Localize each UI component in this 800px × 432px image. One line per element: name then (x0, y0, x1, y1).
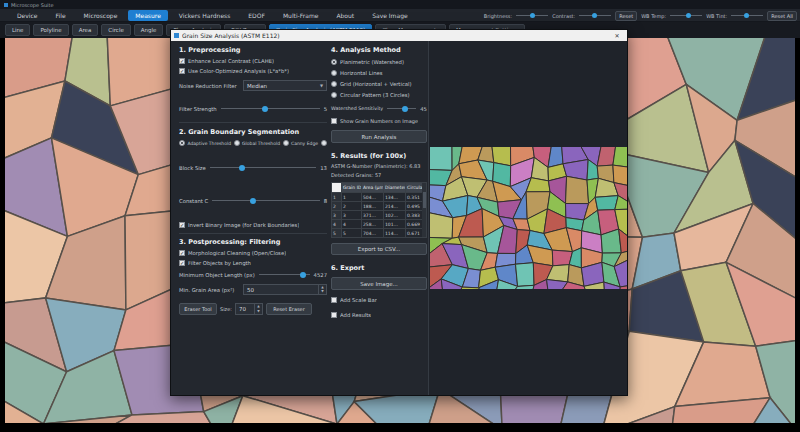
row-header[interactable]: 1 (332, 193, 341, 201)
table-cell[interactable]: 704... (362, 229, 383, 237)
menu-about[interactable]: About (329, 10, 361, 21)
constant-c-slider[interactable] (212, 196, 319, 205)
table-cell[interactable]: 188... (362, 202, 383, 210)
radio-black-hat[interactable] (321, 140, 327, 146)
tool-area[interactable]: Area (72, 24, 99, 36)
filter-strength-slider[interactable] (221, 104, 320, 113)
save-image-button[interactable]: Save Image... (331, 277, 427, 290)
eraser-size-value: 70 (236, 304, 254, 314)
table-cell[interactable]: 1 (342, 193, 361, 201)
close-icon[interactable]: ✕ (610, 32, 624, 39)
reset-button[interactable]: Reset (615, 11, 637, 21)
radio-grid[interactable] (331, 81, 337, 87)
show-grain-numbers-checkbox[interactable]: Show Grain Numbers on Image (331, 118, 427, 124)
radio-global-threshold[interactable] (234, 140, 240, 146)
dialog-titlebar[interactable]: Grain Size Analysis (ASTM E112) ✕ (171, 30, 627, 41)
table-cell[interactable]: 0.671 (406, 229, 423, 237)
spin-arrows-icon[interactable]: ▲▼ (318, 285, 326, 294)
filter-strength-label: Filter Strength (179, 106, 217, 112)
table-cell[interactable]: 371... (362, 211, 383, 219)
contrast-slider[interactable] (579, 12, 611, 20)
watershed-sensitivity-slider[interactable] (387, 104, 416, 113)
checkbox-checked-icon: ✓ (179, 68, 185, 74)
clahe-checkbox[interactable]: ✓ Enhance Local Contrast (CLAHE) (179, 58, 327, 64)
table-cell[interactable]: 258... (362, 220, 383, 228)
circular-pattern-radio-row[interactable]: Circular Pattern (3 Circles) (331, 92, 427, 98)
circular-pattern-label: Circular Pattern (3 Circles) (340, 92, 410, 98)
table-scrollbar[interactable] (422, 183, 426, 237)
horizontal-lines-radio-row[interactable]: Horizontal Lines (331, 70, 427, 76)
reset-all-button[interactable]: Reset All (767, 11, 797, 21)
table-cell[interactable]: 2 (342, 202, 361, 210)
planimetric-radio-row[interactable]: Planimetric (Watershed) (331, 59, 427, 65)
col-area: Area (µm²) (362, 183, 383, 192)
watershed-sensitivity-value: 45 (420, 106, 427, 112)
table-cell[interactable]: 101... (384, 220, 405, 228)
section-segmentation-title: 2. Grain Boundary Segmentation (179, 128, 327, 136)
filter-length-checkbox[interactable]: ✓ Filter Objects by Length (179, 260, 327, 266)
table-cell[interactable]: 0.351 (406, 193, 423, 201)
wb-temp-slider[interactable] (670, 12, 702, 20)
menu-file[interactable]: File (49, 10, 73, 21)
table-cell[interactable]: 0.383 (406, 211, 423, 219)
tool-circle[interactable]: Circle (101, 24, 130, 36)
row-header[interactable]: 3 (332, 211, 341, 219)
noise-filter-select[interactable]: Median ▼ (243, 80, 327, 91)
brightness-slider[interactable] (516, 12, 548, 20)
table-cell[interactable]: 102... (384, 211, 405, 219)
spin-arrows-icon[interactable]: ▲▼ (254, 304, 262, 314)
min-object-length-label: Minimum Object Length (px) (179, 272, 255, 278)
dialog-body: 1. Preprocessing ✓ Enhance Local Contras… (171, 41, 627, 395)
radio-circular-pattern[interactable] (331, 92, 337, 98)
menu-device[interactable]: Device (10, 10, 45, 21)
menu-multi-frame[interactable]: Multi-Frame (276, 10, 326, 21)
wb-tint-slider[interactable] (731, 12, 763, 20)
min-grain-area-label: Min. Grain Area (px²) (179, 287, 234, 293)
analysis-preview-image[interactable] (430, 147, 627, 289)
eraser-size-spinbox[interactable]: 70 ▲▼ (235, 303, 263, 315)
menu-microscope[interactable]: Microscope (77, 10, 125, 21)
table-cell[interactable]: 3 (342, 211, 361, 219)
table-cell[interactable]: 0.495 (406, 202, 423, 210)
table-cell[interactable]: 214... (384, 202, 405, 210)
run-analysis-button[interactable]: Run Analysis (331, 130, 427, 143)
tool-polyline[interactable]: Polyline (33, 24, 68, 36)
table-cell[interactable]: 5 (342, 229, 361, 237)
table-cell[interactable]: 4 (342, 220, 361, 228)
menu-edof[interactable]: EDOF (241, 10, 272, 21)
menu-vickers-hardness[interactable]: Vickers Hardness (172, 10, 238, 21)
section-preprocessing-title: 1. Preprocessing (179, 46, 327, 54)
menu-save-image[interactable]: Save Image (365, 10, 414, 21)
row-header[interactable]: 2 (332, 202, 341, 210)
table-cell[interactable]: 134... (384, 193, 405, 201)
export-csv-button[interactable]: Export to CSV... (331, 243, 427, 255)
checkbox-unchecked-icon (331, 297, 337, 303)
add-scale-bar-checkbox[interactable]: Add Scale Bar (331, 297, 427, 303)
morph-cleaning-checkbox[interactable]: ✓ Morphological Cleaning (Open/Close) (179, 250, 327, 256)
radio-canny-edge[interactable] (283, 140, 289, 146)
radio-adaptive-threshold[interactable] (179, 140, 185, 146)
invert-binary-checkbox[interactable]: ✓ Invert Binary Image (for Dark Boundari… (179, 222, 327, 228)
grid-radio-row[interactable]: Grid (Horizontal + Vertical) (331, 81, 427, 87)
right-frame (795, 38, 800, 423)
add-results-checkbox[interactable]: Add Results (331, 312, 427, 318)
menu-measure[interactable]: Measure (128, 10, 168, 21)
row-header[interactable]: 5 (332, 229, 341, 237)
min-object-length-slider[interactable] (259, 270, 310, 279)
constant-c-value: 8 (324, 198, 327, 204)
reset-eraser-button[interactable]: Reset Eraser (266, 303, 312, 315)
lab-checkbox[interactable]: ✓ Use Color-Optimized Analysis (L*a*b*) (179, 68, 327, 74)
tool-angle[interactable]: Angle (134, 24, 164, 36)
divider (179, 233, 327, 234)
table-cell[interactable]: 504... (362, 193, 383, 201)
horizontal-lines-label: Horizontal Lines (340, 70, 383, 76)
table-cell[interactable]: 114... (384, 229, 405, 237)
radio-horizontal-lines[interactable] (331, 70, 337, 76)
row-header[interactable]: 4 (332, 220, 341, 228)
block-size-slider[interactable] (210, 163, 316, 172)
min-grain-area-spinbox[interactable]: 50 ▲▼ (243, 284, 327, 295)
radio-planimetric[interactable] (331, 59, 337, 65)
eraser-tool-button[interactable]: Eraser Tool (179, 303, 217, 315)
table-cell[interactable]: 0.669 (406, 220, 423, 228)
tool-line[interactable]: Line (5, 24, 30, 36)
